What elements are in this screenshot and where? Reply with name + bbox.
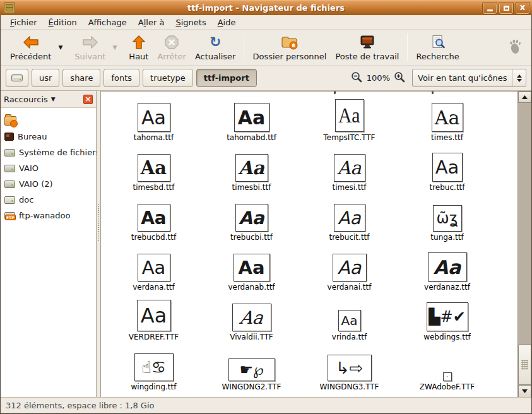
scroll-up-button[interactable]	[518, 92, 531, 103]
up-button[interactable]: Haut	[124, 32, 153, 63]
file-item-trebucbi.ttf[interactable]: Aatrebucbi.ttf	[203, 192, 300, 242]
file-item-tahoma.ttf[interactable]: Aatahoma.ttf	[105, 93, 203, 143]
search-button[interactable]: Recherche	[411, 32, 463, 63]
file-item-verdanaz.ttf[interactable]: Aaverdanaz.ttf	[398, 242, 496, 292]
font-preview-icon: ☝♋	[134, 353, 174, 381]
path-button-truetype[interactable]: truetype	[143, 69, 193, 87]
file-item-Vivaldii.TTF[interactable]: AaVivaldii.TTF	[203, 292, 300, 342]
icon-view: Aatahoma.ttfAatahomabd.ttfAaTempsITC.TTF…	[101, 91, 517, 398]
ftp-drive-icon	[4, 212, 15, 220]
file-item-webdings.ttf[interactable]: ▙#✔webdings.ttf	[398, 292, 496, 342]
font-preview-glyphs: Aa	[141, 107, 166, 129]
sidebar-item-vaio[interactable]: VAIO	[1, 160, 96, 176]
toolbar-separator	[407, 33, 408, 61]
file-item-timesi.ttf[interactable]: Aatimesi.ttf	[300, 143, 398, 192]
stop-button[interactable]: Arrêter	[153, 32, 191, 63]
file-name-label: ZWAdobeF.TTF	[420, 382, 475, 391]
titlebar[interactable]: ttf-import - Navigateur de fichiers X	[0, 0, 532, 15]
drive-icon	[4, 180, 15, 188]
menu-affichage[interactable]: Affichage	[83, 16, 133, 29]
file-item-ZWAdobeF.TTF[interactable]: ·ZWAdobeF.TTF	[398, 342, 496, 392]
file-name-label: times.ttf	[431, 133, 463, 142]
forward-history-dropdown[interactable]: ▼	[110, 44, 119, 50]
menu-signets[interactable]: Signets	[170, 16, 211, 29]
refresh-label: Actualiser	[195, 52, 235, 61]
maximize-button[interactable]	[499, 3, 513, 14]
file-item-times.ttf[interactable]: Aatimes.ttf	[398, 93, 496, 143]
scrollbar-thumb[interactable]	[518, 345, 531, 385]
zoom-in-button[interactable]	[394, 71, 406, 85]
font-preview-icon: Aa	[235, 204, 268, 232]
path-button-share[interactable]: share	[62, 69, 100, 87]
font-preview-glyphs: Aa	[239, 208, 264, 228]
file-name-label: webdings.ttf	[423, 333, 471, 341]
sidebar-list: BureauSystème de fichiersVAIOVAIO (2)doc…	[1, 108, 96, 223]
file-item-verdana.ttf[interactable]: Aaverdana.ttf	[105, 242, 203, 292]
path-root-drive-button[interactable]	[6, 69, 28, 87]
file-item-trebuc.ttf[interactable]: Aatrebuc.ttf	[398, 143, 496, 192]
close-button[interactable]: X	[516, 3, 529, 14]
font-preview-glyphs: ῶʓ	[437, 210, 458, 227]
file-item-trebucit.ttf[interactable]: Aatrebucit.ttf	[300, 192, 398, 242]
sidebar-item-home[interactable]	[1, 113, 96, 129]
file-item-TempsITC.TTF[interactable]: AaTempsITC.TTF	[300, 93, 398, 143]
arrow-right-icon	[82, 34, 98, 50]
back-history-dropdown[interactable]: ▼	[56, 44, 65, 50]
minimize-button[interactable]	[483, 3, 497, 14]
font-preview-icon: Aa	[138, 154, 170, 182]
file-item-verdanab.ttf[interactable]: Aaverdanab.ttf	[203, 242, 300, 292]
file-item-timesbi.ttf[interactable]: Aatimesbi.ttf	[203, 143, 300, 192]
file-item-WINGDNG3.TTF[interactable]: ↳⇨WINGDNG3.TTF	[300, 342, 398, 392]
file-name-label: WINGDNG2.TTF	[222, 382, 281, 391]
search-label: Recherche	[416, 52, 459, 61]
file-name-label: trebucbi.ttf	[230, 233, 273, 242]
sidebar-close-button[interactable]: ×	[83, 95, 93, 104]
file-item-wingding.ttf[interactable]: ☝♋wingding.ttf	[105, 342, 203, 392]
menu-edition[interactable]: Édition	[43, 16, 83, 29]
file-name-label: verdanab.ttf	[228, 283, 275, 292]
sidebar-header[interactable]: Raccourcis ▼ ×	[1, 91, 96, 108]
statusbar: 312 éléments, espace libre : 1,8 Gio	[1, 397, 531, 413]
path-button-ttf-import[interactable]: ttf-import	[196, 69, 257, 87]
pane-resize-handle[interactable]	[97, 91, 101, 398]
home-label: Dossier personnel	[252, 52, 326, 61]
file-item-WINGDNG2.TTF[interactable]: ☛℘WINGDNG2.TTF	[203, 342, 300, 392]
menu-allera[interactable]: Aller à	[133, 16, 170, 29]
file-name-label: tahomabd.ttf	[227, 133, 276, 142]
zoom-out-button[interactable]	[351, 71, 363, 85]
scrollbar-trough[interactable]	[518, 103, 531, 385]
menu-fichier[interactable]: Fichier	[4, 16, 43, 29]
computer-button[interactable]: Poste de travail	[331, 32, 403, 63]
file-name-label: wingding.ttf	[131, 382, 177, 391]
sidebar: Raccourcis ▼ × BureauSystème de fichiers…	[1, 91, 97, 398]
file-item-tahomabd.ttf[interactable]: Aatahomabd.ttf	[203, 93, 300, 143]
sidebar-item-rename-field[interactable]	[20, 113, 82, 129]
home-button[interactable]: Dossier personnel	[248, 32, 331, 63]
file-item-VERDREF.TTF[interactable]: AaVERDREF.TTF	[105, 292, 203, 342]
vertical-scrollbar[interactable]	[517, 91, 531, 398]
font-preview-glyphs: Aa	[238, 257, 264, 278]
file-item-timesbd.ttf[interactable]: Aatimesbd.ttf	[105, 143, 203, 192]
file-item-tunga.ttf[interactable]: ῶʓtunga.ttf	[398, 192, 496, 242]
file-item-trebucbd.ttf[interactable]: Aatrebucbd.ttf	[105, 192, 203, 242]
forward-button[interactable]: Suivant	[70, 32, 110, 63]
sidebar-item-vaio-2-[interactable]: VAIO (2)	[1, 176, 96, 192]
sidebar-item-bureau[interactable]: Bureau	[1, 129, 96, 145]
file-name-label: vrinda.ttf	[332, 333, 367, 341]
file-name-label: trebuc.ttf	[429, 183, 464, 192]
back-button[interactable]: Précédent	[6, 32, 56, 63]
sidebar-item-ftp-wanadoo[interactable]: ftp-wanadoo	[1, 208, 96, 223]
path-button-usr[interactable]: usr	[32, 69, 59, 87]
sidebar-item-doc[interactable]: doc	[1, 192, 96, 208]
font-preview-icon: Aa	[137, 300, 171, 331]
file-item-verdanai.ttf[interactable]: Aaverdanai.ttf	[300, 242, 398, 292]
path-button-fonts[interactable]: fonts	[103, 69, 139, 87]
refresh-icon: ↻	[210, 34, 221, 50]
sidebar-item-syste-me-de-fichiers[interactable]: Système de fichiers	[1, 145, 96, 160]
view-mode-select[interactable]: Voir en tant qu'icônes	[412, 69, 526, 87]
refresh-button[interactable]: ↻ Actualiser	[191, 32, 240, 63]
menu-aide[interactable]: Aide	[212, 16, 242, 29]
scroll-down-button[interactable]	[518, 385, 531, 398]
font-preview-icon: Aa	[138, 254, 170, 281]
file-item-vrinda.ttf[interactable]: Aavrinda.ttf	[300, 292, 398, 342]
